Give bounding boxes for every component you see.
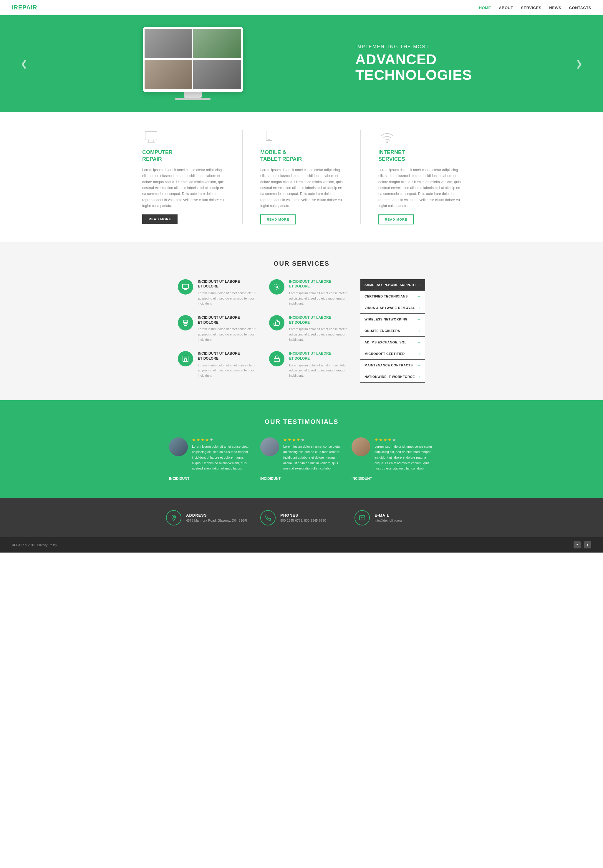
service-item-r2-title: INCIDIDUNT UT LABOREET DOLORE	[289, 315, 351, 325]
sidebar-arrow-maintenance: →	[417, 363, 421, 368]
service-item-l3-title: INCIDIDUNT UT LABOREET DOLORE	[198, 351, 260, 361]
monitor-base	[175, 98, 210, 100]
avatar-img-1	[169, 437, 188, 456]
footer-phones: PHONES 800-2345-6789, 800-2345-6790	[260, 510, 343, 526]
service-item-r1: INCIDIDUNT UT LABOREET DOLORE Lorem ipsu…	[269, 279, 351, 306]
sidebar-label-nationwide: NATIONWIDE IT WORKFORCE	[365, 375, 415, 379]
phone-icon	[265, 515, 271, 521]
sidebar-item-microsoft[interactable]: MICROSOFT CERTIFIED →	[360, 348, 425, 360]
service-item-l3: INCIDIDUNT UT LABOREET DOLORE Lorem ipsu…	[178, 351, 260, 378]
sidebar-item-onsite[interactable]: ON-SITE ENGINEERS →	[360, 325, 425, 337]
mobile-readmore-button[interactable]: READ MORE	[260, 214, 295, 224]
testimonials-title: OUR TESTIMONIALS	[18, 418, 585, 425]
testimonial-3-text: Lorem ipsum dolor sit amet conse ctetur …	[374, 444, 434, 471]
star-2: ★	[288, 437, 292, 442]
sidebar-label-maintenance: MAINTENANCE CONTRACTS	[365, 364, 413, 367]
testimonial-2-name: INCIDIDUNT	[260, 477, 343, 481]
facebook-icon[interactable]: f	[574, 542, 581, 548]
hero-title: ADVANCED TECHNOLOGIES	[356, 52, 472, 83]
services-sidebar: SAME DAY IN-HOME SUPPORT → CERTIFIED TEC…	[360, 279, 425, 382]
sidebar-item-certified[interactable]: CERTIFIED TECHNICIANS →	[360, 291, 425, 302]
privacy-policy-link[interactable]: Privacy Policy	[37, 543, 57, 547]
sidebar-item-virus[interactable]: VIRUS & SPYWARE REMOVAL →	[360, 302, 425, 314]
logo[interactable]: iREPAIR	[12, 4, 37, 11]
twitter-icon[interactable]: t	[584, 542, 591, 548]
footer-address: ADDRESS 4578 Marmora Road, Glasgow, D04 …	[166, 510, 249, 526]
testimonial-2-text: Lorem ipsum dolor sit amet conse ctetur …	[283, 444, 343, 471]
service-icon-lock	[269, 351, 284, 367]
svg-line-2	[153, 140, 154, 142]
service-item-r1-text: INCIDIDUNT UT LABOREET DOLORE Lorem ipsu…	[289, 279, 351, 306]
sidebar-arrow-nationwide: →	[417, 374, 421, 379]
star-3: ★	[201, 437, 205, 442]
service-card-mobile: MOBILE &TABLET REPAIR Lorem ipsum dolor …	[260, 130, 343, 224]
divider-2	[360, 130, 361, 224]
computer-icon	[142, 130, 160, 144]
service-item-l1-text: INCIDIDUNT UT LABOREET DOLORE Lorem ipsu…	[198, 279, 260, 306]
internet-readmore-button[interactable]: READ MORE	[378, 214, 414, 224]
services-left-col: INCIDIDUNT UT LABOREET DOLORE Lorem ipsu…	[178, 279, 260, 382]
nav-services[interactable]: SERVICES	[521, 6, 541, 10]
service-card-internet: INTERNETSERVICES Lorem ipsum dolor sit a…	[378, 130, 461, 224]
service-item-r3-text: INCIDIDUNT UT LABOREET DOLORE Lorem ipsu…	[289, 351, 351, 378]
header: iREPAIR HOME ABOUT SERVICES NEWS CONTACT…	[0, 0, 603, 15]
social-links: f t	[574, 542, 591, 548]
computer-readmore-button[interactable]: READ MORE	[142, 214, 178, 224]
service-item-r3-title: INCIDIDUNT UT LABOREET DOLORE	[289, 351, 351, 361]
sidebar-item-nationwide[interactable]: NATIONWIDE IT WORKFORCE →	[360, 371, 425, 382]
hero-text: IMPLEMENTING THE MOST ADVANCED TECHNOLOG…	[356, 44, 472, 83]
footer-email: E-MAIL Info@demolink.org	[354, 510, 437, 526]
star-3: ★	[292, 437, 296, 442]
star-1: ★	[374, 437, 378, 442]
footer-info: ADDRESS 4578 Marmora Road, Glasgow, D04 …	[0, 498, 603, 537]
testimonial-3-right: ★ ★ ★ ★ ★ Lorem ipsum dolor sit amet con…	[374, 437, 434, 471]
footer-address-title: ADDRESS	[186, 513, 247, 517]
divider-1	[242, 130, 243, 224]
sidebar-item-ad[interactable]: AD, MS EXCHANGE, SQL →	[360, 337, 425, 348]
hero-next-button[interactable]: ❯	[573, 56, 585, 71]
email-icon-circle	[354, 510, 370, 526]
svg-rect-16	[184, 359, 187, 361]
sidebar-arrow-wireless: →	[417, 317, 421, 322]
service-item-l2-text: INCIDIDUNT UT LABOREET DOLORE Lorem ipsu…	[198, 315, 260, 342]
service-item-r2: INCIDIDUNT UT LABOREET DOLORE Lorem ipsu…	[269, 315, 351, 342]
service-item-r2-text: INCIDIDUNT UT LABOREET DOLORE Lorem ipsu…	[289, 315, 351, 342]
service-icon-floppy	[178, 351, 193, 367]
sidebar-item-wireless[interactable]: WIRELESS NETWORKING →	[360, 314, 425, 325]
services-right-col: INCIDIDUNT UT LABOREET DOLORE Lorem ipsu…	[269, 279, 351, 382]
wifi-icon	[378, 130, 396, 144]
copyright-brand: REPAIR	[12, 543, 24, 547]
testimonial-2: ★ ★ ★ ★ ★ Lorem ipsum dolor sit amet con…	[260, 437, 343, 481]
avatar-img-2	[260, 437, 279, 456]
sidebar-item-maintenance[interactable]: MAINTENANCE CONTRACTS →	[360, 360, 425, 371]
nav-about[interactable]: ABOUT	[499, 6, 513, 10]
service-item-l1-desc: Lorem ipsum dolor sit amet conse ctetur …	[198, 291, 260, 306]
sidebar-item-same-day[interactable]: SAME DAY IN-HOME SUPPORT →	[360, 279, 425, 291]
nav-contacts[interactable]: CONTACTS	[569, 6, 591, 10]
testimonial-avatar-3	[351, 437, 370, 456]
service-item-r1-desc: Lorem ipsum dolor sit amet conse ctetur …	[289, 291, 351, 306]
star-5: ★	[210, 437, 213, 442]
testimonial-2-right: ★ ★ ★ ★ ★ Lorem ipsum dolor sit amet con…	[283, 437, 343, 471]
service-desc-internet: Lorem ipsum dolor sit amet conse ctetur …	[378, 167, 461, 209]
nav-news[interactable]: NEWS	[549, 6, 561, 10]
hero-prev-button[interactable]: ❮	[18, 56, 30, 71]
star-4: ★	[297, 437, 300, 442]
hero-images	[131, 27, 255, 100]
testimonial-1-text: Lorem ipsum dolor sit amet conse ctetur …	[192, 444, 252, 471]
service-item-l1-title: INCIDIDUNT UT LABOREET DOLORE	[198, 279, 260, 289]
service-item-r3: INCIDIDUNT UT LABOREET DOLORE Lorem ipsu…	[269, 351, 351, 378]
service-item-r3-desc: Lorem ipsum dolor sit amet conse ctetur …	[289, 363, 351, 379]
testimonial-1-name: INCIDIDUNT	[169, 477, 252, 481]
testimonial-3-stars: ★ ★ ★ ★ ★	[374, 437, 434, 442]
nav-home[interactable]: HOME	[479, 6, 491, 10]
testimonial-avatar-1	[169, 437, 188, 456]
hero-img-1	[145, 29, 193, 58]
service-item-l3-desc: Lorem ipsum dolor sit amet conse ctetur …	[198, 363, 260, 379]
service-item-l2: INCIDIDUNT UT LABOREET DOLORE Lorem ipsu…	[178, 315, 260, 342]
testimonial-avatar-2	[260, 437, 279, 456]
hero-subtitle: IMPLEMENTING THE MOST	[356, 44, 472, 50]
service-card-computer: COMPUTERREPAIR Lorem ipsum dolor sit ame…	[142, 130, 225, 224]
service-desc-computer: Lorem ipsum dolor sit amet conse ctetur …	[142, 167, 225, 209]
star-1: ★	[192, 437, 196, 442]
